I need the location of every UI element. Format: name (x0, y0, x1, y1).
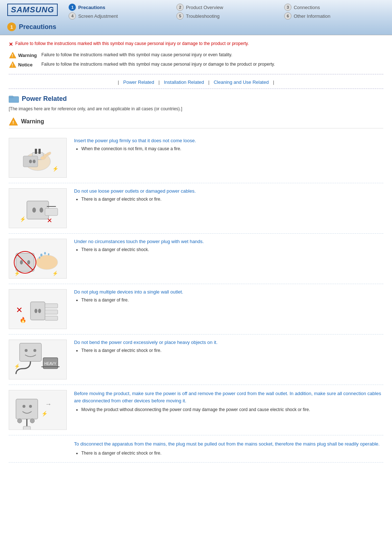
svg-text:⚡: ⚡ (41, 411, 48, 417)
nav-num-1: 1 (69, 4, 76, 11)
svg-point-31 (40, 254, 42, 257)
svg-text:✕: ✕ (47, 217, 52, 224)
instr-3-bullet-1: There is a danger of electric shock. (81, 247, 383, 252)
link-cleaning-related[interactable]: Cleaning and Use Related (214, 79, 269, 85)
svg-point-28 (20, 260, 23, 264)
instr-2-title: Do not use loose power outlets or damage… (74, 188, 383, 194)
nav-item-product-overview[interactable]: 2 Product Overview (176, 4, 277, 11)
x-icon: ✕ (9, 41, 13, 47)
svg-point-55 (23, 405, 25, 408)
instruction-1-content: Insert the power plug firmly so that it … (74, 138, 383, 153)
instruction-6-content: Before moving the product, make sure the… (74, 390, 383, 414)
warning-subheading: ! Warning (9, 117, 383, 128)
instruction-1-image: ⚡ (9, 138, 67, 178)
intro-notice-text: Failure to follow the instructions marke… (15, 41, 249, 46)
instr-3-list: There is a danger of electric shock. (74, 247, 383, 252)
instruction-2-content: Do not use loose power outlets or damage… (74, 188, 383, 203)
bent-cord-illustration: ⚡ HEAVY (12, 340, 63, 379)
svg-text:⚡: ⚡ (52, 166, 59, 172)
instruction-7: To disconnect the apparatus from the mai… (9, 435, 383, 463)
svg-text:⚡: ⚡ (20, 216, 26, 222)
nav-item-precautions[interactable]: 1 Precautions (69, 4, 169, 11)
svg-point-32 (44, 252, 46, 255)
current-section-badge: 1 (7, 22, 16, 31)
svg-rect-58 (23, 426, 30, 430)
instruction-4: ✕ 🔥 Do not plug multiple devices into a … (9, 284, 383, 335)
svg-text:HEAVY: HEAVY (44, 362, 56, 366)
current-section-title: Precautions (19, 23, 56, 31)
instruction-6: ⚡ → Before moving the product, make sure… (9, 385, 383, 435)
instruction-3-content: Under no circumstances touch the power p… (74, 239, 383, 254)
instr-6-bullet-1: Moving the product without disconnecting… (81, 407, 383, 412)
nav-num-5: 5 (176, 12, 184, 20)
instr-5-title: Do not bend the power cord excessively o… (74, 340, 383, 345)
instr-6-list: Moving the product without disconnecting… (74, 407, 383, 412)
nav-label-precautions: Precautions (78, 5, 105, 10)
instr-1-bullet-1: When the connection is not firm, it may … (81, 146, 383, 151)
nav-item-connections[interactable]: 3 Connections (284, 4, 385, 11)
wet-hand-illustration: ⚡ ⚡ (12, 239, 63, 279)
svg-text:!: ! (12, 120, 14, 125)
nav-item-screen-adjustment[interactable]: 4 Screen Adjustment (69, 12, 169, 20)
svg-point-21 (32, 208, 36, 213)
warning-section-icon: ! (9, 117, 18, 126)
nav-item-other-information[interactable]: 6 Other Information (284, 12, 385, 20)
svg-point-40 (34, 309, 37, 313)
warning-row: ! Warning Failure to follow the instruct… (9, 52, 383, 59)
nav-num-4: 4 (69, 12, 76, 20)
sep-3: | (208, 79, 209, 85)
instr-4-list: There is a danger of fire. (74, 297, 383, 303)
nav-num-2: 2 (176, 4, 184, 11)
warning-text: Failure to follow the instructions marke… (41, 52, 232, 57)
nav-item-troubleshooting[interactable]: 5 Troubleshooting (176, 12, 277, 20)
instruction-2: ✕ ⚡ Do not use loose power outlets or da… (9, 183, 383, 234)
svg-rect-54 (16, 399, 38, 419)
warning-badge: ! Warning (9, 52, 38, 59)
svg-text:✕: ✕ (16, 305, 23, 315)
svg-text:→: → (45, 401, 52, 408)
links-bar: | Power Related | Installation Related |… (9, 74, 383, 89)
svg-point-33 (48, 253, 49, 255)
instruction-4-image: ✕ 🔥 (9, 289, 67, 329)
svg-text:!: ! (12, 53, 13, 58)
sep-1: | (118, 79, 119, 85)
logo-area: SAMSUNG (7, 4, 58, 16)
notice-badge: ! Notice (9, 61, 38, 68)
svg-point-48 (25, 349, 28, 352)
svg-text:⚡: ⚡ (52, 270, 58, 276)
instr-1-title: Insert the power plug firmly so that it … (74, 138, 383, 143)
instr-3-title: Under no circumstances touch the power p… (74, 239, 383, 244)
instruction-3: ⚡ ⚡ Under no circumstances touch the pow… (9, 234, 383, 284)
svg-rect-39 (30, 302, 45, 320)
notice-text: Failure to follow the instructions marke… (41, 61, 275, 67)
folder-icon (9, 95, 19, 103)
svg-rect-47 (20, 343, 41, 361)
instr-7-bullet-1: There is a danger of electric shock or f… (81, 451, 380, 456)
notice-triangle-icon: ! (9, 61, 17, 68)
instr-5-bullet-1: There is a danger of electric shock or f… (81, 348, 383, 353)
svg-point-29 (27, 260, 30, 264)
instr-1-list: When the connection is not firm, it may … (74, 146, 383, 151)
link-installation-related[interactable]: Installation Related (164, 79, 204, 85)
instr-2-bullet-1: There is a danger of electric shock or f… (81, 197, 383, 202)
nav-label-other-information: Other Information (294, 13, 330, 19)
nav-num-3: 3 (284, 4, 291, 11)
moving-product-illustration: ⚡ → (12, 390, 63, 430)
instr-6-title: Before moving the product, make sure the… (74, 390, 383, 404)
intro-notice: ✕ Failure to follow the instructions mar… (9, 41, 383, 47)
navigation: 1 Precautions 2 Product Overview 3 Conne… (69, 4, 385, 20)
warning-triangle-icon: ! (9, 52, 17, 59)
svg-point-41 (38, 309, 41, 313)
current-section: 1 Precautions (7, 22, 385, 31)
multiple-plugs-illustration: ✕ 🔥 (12, 291, 63, 327)
instr-2-list: There is a danger of electric shock or f… (74, 197, 383, 202)
main-content: ✕ Failure to follow the instructions mar… (0, 35, 392, 468)
svg-rect-11 (38, 149, 41, 154)
section-heading-power: Power Related (9, 95, 383, 103)
svg-point-22 (40, 208, 43, 213)
instruction-5: ⚡ HEAVY Do not bend the power cord exces… (9, 335, 383, 385)
link-power-related[interactable]: Power Related (123, 79, 154, 85)
svg-point-61 (17, 419, 22, 423)
nav-label-product-overview: Product Overview (186, 5, 223, 10)
svg-text:🔥: 🔥 (20, 317, 26, 323)
